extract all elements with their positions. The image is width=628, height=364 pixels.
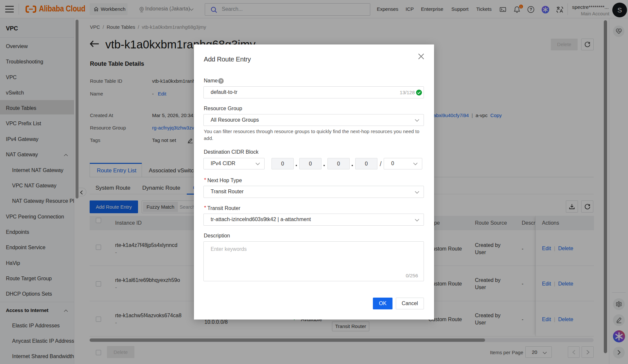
svg-text:?: ? [220, 79, 222, 83]
